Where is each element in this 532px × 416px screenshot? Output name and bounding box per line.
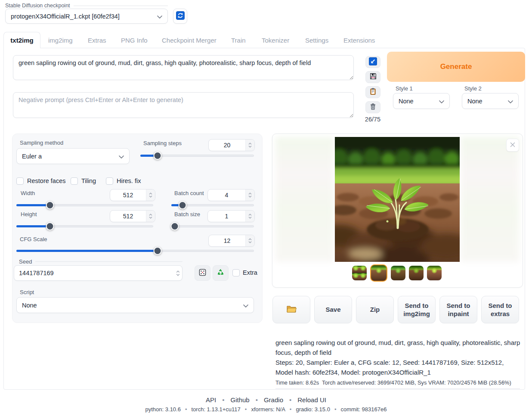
height-slider[interactable] xyxy=(16,222,153,231)
save-style-button[interactable] xyxy=(365,71,380,83)
apply-style-button[interactable] xyxy=(365,86,380,98)
torch-version: torch: 1.13.1+cu117 xyxy=(192,406,241,413)
chevron-down-icon xyxy=(243,302,248,309)
style2-label: Style 2 xyxy=(464,85,482,92)
clear-prompt-button[interactable] xyxy=(365,101,380,113)
tab-label: txt2img xyxy=(10,37,33,44)
random-seed-button[interactable] xyxy=(195,265,210,281)
height-input[interactable] xyxy=(110,210,155,222)
generation-info-params: Steps: 20, Sampler: Euler a, CFG scale: … xyxy=(275,357,521,377)
app-root: Stable Diffusion checkpoint protogenX34O… xyxy=(0,0,532,416)
clipboard-icon xyxy=(369,88,377,97)
refresh-checkpoint-button[interactable] xyxy=(173,9,187,24)
reload-ui-link[interactable]: Reload UI xyxy=(297,396,326,404)
batch-size-input[interactable] xyxy=(207,210,255,222)
tab-txt2img[interactable]: txt2img xyxy=(3,32,40,48)
sampling-steps-slider[interactable] xyxy=(140,152,254,160)
sampling-method-label: Sampling method xyxy=(20,140,63,146)
sampling-steps-label: Sampling steps xyxy=(143,140,182,146)
extra-seed-label: Extra xyxy=(243,269,257,276)
generation-perf-text: Time taken: 8.62s Torch active/reserved:… xyxy=(275,379,521,386)
batch-count-input[interactable] xyxy=(207,189,255,201)
width-slider[interactable] xyxy=(16,201,153,210)
tab-extras[interactable]: Extras xyxy=(88,37,106,44)
slider-thumb[interactable] xyxy=(153,152,161,160)
paste-generation-params-button[interactable] xyxy=(365,56,380,68)
recycle-icon xyxy=(217,268,225,278)
batch-size-slider[interactable] xyxy=(171,222,254,231)
negative-prompt-input[interactable] xyxy=(13,92,354,118)
zip-button[interactable]: Zip xyxy=(356,296,394,323)
stepper-icon[interactable] xyxy=(245,235,254,246)
tab-img2img[interactable]: img2img xyxy=(48,37,73,44)
python-version: python: 3.10.6 xyxy=(145,406,181,413)
sampling-method-dropdown[interactable]: Euler a xyxy=(16,148,130,164)
tiling-label: Tiling xyxy=(81,177,96,184)
thumbnail-1[interactable] xyxy=(352,266,367,280)
slider-fill xyxy=(16,204,50,206)
slider-thumb[interactable] xyxy=(154,247,162,255)
tab-checkpoint-merger[interactable]: Checkpoint Merger xyxy=(162,37,217,44)
close-gallery-button[interactable] xyxy=(506,139,519,152)
checkpoint-dropdown[interactable]: protogenX34OfficialR_1.ckpt [60fe2f34] xyxy=(5,9,168,24)
api-link[interactable]: API xyxy=(206,396,216,404)
tab-tokenizer[interactable]: Tokenizer xyxy=(262,37,289,44)
script-dropdown[interactable]: None xyxy=(16,297,254,313)
chevron-down-icon xyxy=(508,98,513,105)
style2-dropdown[interactable]: None xyxy=(462,93,519,109)
prompt-input[interactable]: green sapling rowing out of ground, mud,… xyxy=(13,55,354,80)
open-folder-button[interactable] xyxy=(272,296,310,323)
send-to-img2img-button[interactable]: Send to img2img xyxy=(398,296,436,323)
tab-png-info[interactable]: PNG Info xyxy=(121,37,148,44)
thumbnail-2-selected[interactable] xyxy=(370,264,387,282)
gradio-link[interactable]: Gradio xyxy=(264,396,283,404)
slider-thumb[interactable] xyxy=(46,222,54,230)
stepper-icon[interactable] xyxy=(173,266,182,280)
generated-image[interactable] xyxy=(335,137,460,262)
slider-thumb[interactable] xyxy=(170,222,179,230)
checkpoint-value: protogenX34OfficialR_1.ckpt [60fe2f34] xyxy=(11,13,120,20)
stepper-icon[interactable] xyxy=(245,189,254,201)
cfg-scale-input[interactable] xyxy=(208,235,255,247)
sampling-steps-input[interactable] xyxy=(208,139,255,151)
stepper-icon[interactable] xyxy=(146,211,155,222)
gallery-prev-fade xyxy=(275,137,334,262)
style1-dropdown[interactable]: None xyxy=(393,93,450,109)
floppy-disk-icon xyxy=(369,72,377,82)
tab-train[interactable]: Train xyxy=(231,37,246,44)
thumbnail-4[interactable] xyxy=(409,266,424,280)
commit-hash: commit: 983167e6 xyxy=(341,406,387,413)
width-label: Width xyxy=(21,190,35,196)
save-button[interactable]: Save xyxy=(314,296,352,323)
slider-thumb[interactable] xyxy=(46,201,54,209)
thumbnail-5[interactable] xyxy=(427,266,442,280)
bullet-separator: • xyxy=(289,396,291,404)
thumbnail-3[interactable] xyxy=(391,266,405,280)
send-to-extras-button[interactable]: Send to extras xyxy=(481,296,519,323)
cfg-scale-slider[interactable] xyxy=(16,247,254,255)
seed-input[interactable] xyxy=(14,265,182,281)
width-input[interactable] xyxy=(110,189,155,201)
tab-extensions[interactable]: Extensions xyxy=(343,37,375,44)
reuse-seed-button[interactable] xyxy=(213,265,229,281)
github-link[interactable]: Github xyxy=(230,396,249,404)
slider-thumb[interactable] xyxy=(178,201,186,209)
batch-count-slider[interactable] xyxy=(171,201,254,210)
bullet-separator: • xyxy=(245,406,247,413)
chevron-down-icon xyxy=(157,13,162,20)
tiling-checkbox[interactable] xyxy=(71,177,78,185)
height-label: Height xyxy=(21,211,37,217)
checkpoint-label: Stable Diffusion checkpoint xyxy=(5,3,70,9)
extra-seed-checkbox[interactable] xyxy=(232,269,240,276)
stepper-icon[interactable] xyxy=(146,189,155,201)
info-divider xyxy=(275,388,520,389)
hires-fix-checkbox[interactable] xyxy=(106,177,113,185)
send-to-inpaint-button[interactable]: Send to inpaint xyxy=(439,296,477,323)
generate-button[interactable]: Generate xyxy=(387,52,525,82)
stepper-icon[interactable] xyxy=(245,140,254,151)
restore-faces-checkbox[interactable] xyxy=(16,177,24,185)
generation-info-prompt: green sapling rowing out of ground, mud,… xyxy=(275,338,521,357)
tab-settings[interactable]: Settings xyxy=(305,37,328,44)
cfg-scale-label: CFG Scale xyxy=(20,236,47,242)
stepper-icon[interactable] xyxy=(245,211,254,222)
